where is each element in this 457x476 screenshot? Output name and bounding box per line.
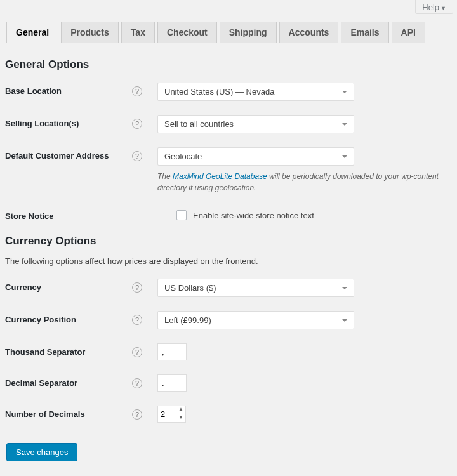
selling-location-select[interactable]: Sell to all countries <box>157 115 354 133</box>
currency-options-heading: Currency Options <box>5 235 453 248</box>
row-currency-position: Currency Position ? Left (£99.99) <box>5 311 453 329</box>
tab-tax[interactable]: Tax <box>121 22 155 43</box>
row-currency: Currency ? US Dollars ($) <box>5 279 453 297</box>
help-icon[interactable]: ? <box>132 119 142 129</box>
chevron-down-icon: ▼ <box>440 5 446 11</box>
maxmind-geolite-link[interactable]: MaxMind GeoLite Database <box>173 172 267 181</box>
default-customer-address-select[interactable]: Geolocate <box>157 147 354 166</box>
general-options-heading: General Options <box>5 58 453 71</box>
help-icon[interactable]: ? <box>132 282 142 293</box>
tab-api[interactable]: API <box>392 22 425 43</box>
tab-general[interactable]: General <box>6 22 58 43</box>
currency-options-desc: The following options affect how prices … <box>5 256 453 266</box>
store-notice-checkbox[interactable] <box>176 210 187 220</box>
thousand-separator-input[interactable] <box>157 343 187 360</box>
row-default-customer-address: Default Customer Address ? Geolocate The… <box>5 147 453 194</box>
label-store-notice: Store Notice <box>5 208 132 221</box>
row-store-notice: Store Notice Enable site-wide store noti… <box>5 208 453 221</box>
label-currency: Currency <box>5 279 132 292</box>
tab-emails[interactable]: Emails <box>341 22 388 43</box>
row-selling-location: Selling Location(s) ? Sell to all countr… <box>5 115 453 133</box>
decimals-step-up[interactable]: ▲ <box>176 406 185 414</box>
desc-text: The <box>157 172 173 181</box>
help-tab[interactable]: Help▼ <box>415 0 453 14</box>
help-icon[interactable]: ? <box>132 347 142 357</box>
help-icon[interactable]: ? <box>132 86 142 96</box>
decimals-step-down[interactable]: ▼ <box>176 414 185 421</box>
decimal-separator-input[interactable] <box>157 374 187 392</box>
tab-products[interactable]: Products <box>61 22 119 43</box>
row-decimal-separator: Decimal Separator ? <box>5 374 453 392</box>
settings-tabs: General Products Tax Checkout Shipping A… <box>0 22 457 43</box>
row-number-of-decimals: Number of Decimals ? ▲ ▼ <box>5 406 453 423</box>
help-icon[interactable]: ? <box>132 378 142 388</box>
tab-shipping[interactable]: Shipping <box>220 22 277 43</box>
label-thousand-separator: Thousand Separator <box>5 343 132 357</box>
label-default-customer-address: Default Customer Address <box>5 147 132 161</box>
store-notice-checkbox-label: Enable site-wide store notice text <box>193 211 314 220</box>
help-icon[interactable]: ? <box>132 315 142 325</box>
label-selling-location: Selling Location(s) <box>5 115 132 128</box>
label-currency-position: Currency Position <box>5 311 132 324</box>
label-decimal-separator: Decimal Separator <box>5 374 132 388</box>
currency-select[interactable]: US Dollars ($) <box>157 279 354 297</box>
label-base-location: Base Location <box>5 83 132 96</box>
geolocate-desc: The MaxMind GeoLite Database will be per… <box>157 171 453 194</box>
help-icon[interactable]: ? <box>132 409 142 420</box>
row-thousand-separator: Thousand Separator ? <box>5 343 453 360</box>
save-changes-button[interactable]: Save changes <box>6 443 77 461</box>
label-number-of-decimals: Number of Decimals <box>5 406 132 419</box>
currency-position-select[interactable]: Left (£99.99) <box>157 311 354 329</box>
base-location-select[interactable]: United States (US) — Nevada <box>157 83 354 101</box>
tab-checkout[interactable]: Checkout <box>157 22 217 43</box>
help-icon[interactable]: ? <box>132 151 142 161</box>
tab-accounts[interactable]: Accounts <box>279 22 339 43</box>
help-tab-label: Help <box>422 3 439 12</box>
row-base-location: Base Location ? United States (US) — Nev… <box>5 83 453 101</box>
number-of-decimals-input[interactable] <box>158 406 176 422</box>
